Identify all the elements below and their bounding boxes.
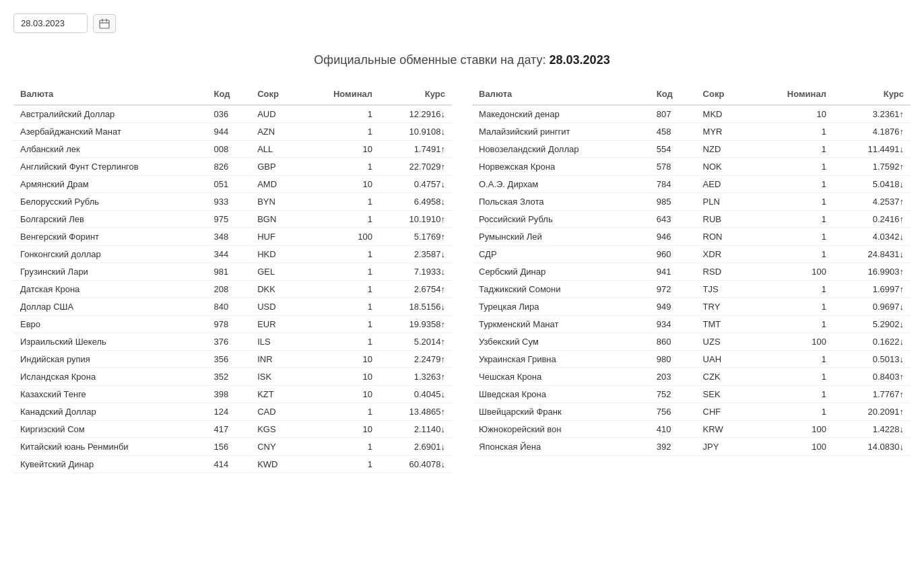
col-header-currency-right: Валюта — [472, 83, 650, 105]
currency-name: Сербский Динар — [472, 263, 650, 281]
table-row: Норвежская Крона 578 NOK 1 1.7592↑ — [472, 158, 911, 176]
currency-abbr: HUF — [251, 228, 302, 246]
currency-rate: 1.3263↑ — [379, 368, 452, 386]
currency-nominal: 1 — [751, 211, 833, 228]
col-header-code-right: Код — [650, 83, 696, 105]
calendar-button[interactable] — [93, 14, 116, 33]
currency-code: 348 — [207, 228, 251, 246]
currency-code: 036 — [207, 105, 251, 123]
currency-abbr: KZT — [251, 386, 302, 403]
currency-nominal: 1 — [302, 333, 379, 351]
currency-nominal: 1 — [751, 298, 833, 316]
currency-nominal: 100 — [751, 438, 833, 456]
currency-abbr: RUB — [696, 211, 751, 228]
table-row: Новозеландский Доллар 554 NZD 1 11.4491↓ — [472, 141, 911, 158]
currency-nominal: 1 — [302, 456, 379, 473]
currency-nominal: 100 — [751, 263, 833, 281]
currency-name: Гонконгский доллар — [13, 246, 207, 263]
currency-abbr: ISK — [251, 368, 302, 386]
currency-name: Узбекский Сум — [472, 333, 650, 351]
currency-code: 156 — [207, 438, 251, 456]
currency-nominal: 10 — [302, 386, 379, 403]
currency-name: Азербайджанский Манат — [13, 123, 207, 141]
currency-code: 807 — [650, 105, 696, 123]
table-row: Канадский Доллар 124 CAD 1 13.4865↑ — [13, 403, 452, 421]
currency-abbr: KGS — [251, 421, 302, 438]
currency-abbr: RSD — [696, 263, 751, 281]
col-header-nominal-left: Номинал — [302, 83, 379, 105]
right-rate-table: Валюта Код Сокр Номинал Курс Македонский… — [472, 83, 911, 456]
currency-abbr: BYN — [251, 193, 302, 211]
currency-rate: 0.4757↓ — [379, 176, 452, 193]
table-row: Российский Рубль 643 RUB 1 0.2416↑ — [472, 211, 911, 228]
currency-rate: 10.9108↓ — [379, 123, 452, 141]
currency-code: 860 — [650, 333, 696, 351]
table-row: Кувейтский Динар 414 KWD 1 60.4078↓ — [13, 456, 452, 473]
currency-name: Новозеландский Доллар — [472, 141, 650, 158]
currency-rate: 10.1910↑ — [379, 211, 452, 228]
currency-code: 972 — [650, 281, 696, 298]
currency-rate: 2.2479↑ — [379, 351, 452, 368]
col-header-abbr-right: Сокр — [696, 83, 751, 105]
date-input[interactable] — [13, 13, 88, 33]
currency-abbr: NZD — [696, 141, 751, 158]
currency-abbr: KWD — [251, 456, 302, 473]
currency-rate: 2.6901↓ — [379, 438, 452, 456]
currency-code: 756 — [650, 403, 696, 421]
currency-code: 985 — [650, 193, 696, 211]
currency-name: Российский Рубль — [472, 211, 650, 228]
currency-abbr: ILS — [251, 333, 302, 351]
currency-abbr: MYR — [696, 123, 751, 141]
currency-name: Венгерский Форинт — [13, 228, 207, 246]
table-row: Южнокорейский вон 410 KRW 100 1.4228↓ — [472, 421, 911, 438]
currency-rate: 0.9697↓ — [833, 298, 911, 316]
currency-name: Малайзийский ринггит — [472, 123, 650, 141]
currency-abbr: ALL — [251, 141, 302, 158]
currency-name: Македонский денар — [472, 105, 650, 123]
currency-nominal: 1 — [751, 141, 833, 158]
currency-nominal: 1 — [302, 193, 379, 211]
currency-rate: 0.4045↓ — [379, 386, 452, 403]
currency-abbr: CHF — [696, 403, 751, 421]
currency-name: Английский Фунт Стерлингов — [13, 158, 207, 176]
currency-rate: 0.1622↓ — [833, 333, 911, 351]
svg-rect-0 — [100, 20, 109, 28]
currency-code: 356 — [207, 351, 251, 368]
currency-name: Израильский Шекель — [13, 333, 207, 351]
currency-abbr: AMD — [251, 176, 302, 193]
currency-rate: 1.6997↑ — [833, 281, 911, 298]
currency-code: 203 — [650, 368, 696, 386]
table-row: Болгарский Лев 975 BGN 1 10.1910↑ — [13, 211, 452, 228]
currency-code: 124 — [207, 403, 251, 421]
currency-nominal: 1 — [302, 105, 379, 123]
currency-code: 398 — [207, 386, 251, 403]
table-row: Румынский Лей 946 RON 1 4.0342↓ — [472, 228, 911, 246]
currency-rate: 5.1769↑ — [379, 228, 452, 246]
currency-rate: 22.7029↑ — [379, 158, 452, 176]
currency-abbr: TMT — [696, 316, 751, 333]
currency-name: Исландская Крона — [13, 368, 207, 386]
currency-rate: 4.1876↑ — [833, 123, 911, 141]
currency-nominal: 1 — [302, 281, 379, 298]
table-row: СДР 960 XDR 1 24.8431↓ — [472, 246, 911, 263]
currency-rate: 5.0418↓ — [833, 176, 911, 193]
currency-abbr: CZK — [696, 368, 751, 386]
currency-nominal: 1 — [302, 246, 379, 263]
currency-name: Армянский Драм — [13, 176, 207, 193]
currency-nominal: 1 — [751, 158, 833, 176]
table-row: Датская Крона 208 DKK 1 2.6754↑ — [13, 281, 452, 298]
currency-rate: 20.2091↑ — [833, 403, 911, 421]
currency-nominal: 1 — [302, 263, 379, 281]
currency-code: 208 — [207, 281, 251, 298]
currency-rate: 5.2902↓ — [833, 316, 911, 333]
currency-name: Швейцарский Франк — [472, 403, 650, 421]
currency-code: 934 — [650, 316, 696, 333]
currency-name: Белорусский Рубль — [13, 193, 207, 211]
currency-abbr: UAH — [696, 351, 751, 368]
currency-nominal: 1 — [751, 368, 833, 386]
currency-name: Австралийский Доллар — [13, 105, 207, 123]
left-rate-table: Валюта Код Сокр Номинал Курс Австралийск… — [13, 83, 452, 473]
table-row: Турецкая Лира 949 TRY 1 0.9697↓ — [472, 298, 911, 316]
table-row: О.А.Э. Дирхам 784 AED 1 5.0418↓ — [472, 176, 911, 193]
table-row: Сербский Динар 941 RSD 100 16.9903↑ — [472, 263, 911, 281]
